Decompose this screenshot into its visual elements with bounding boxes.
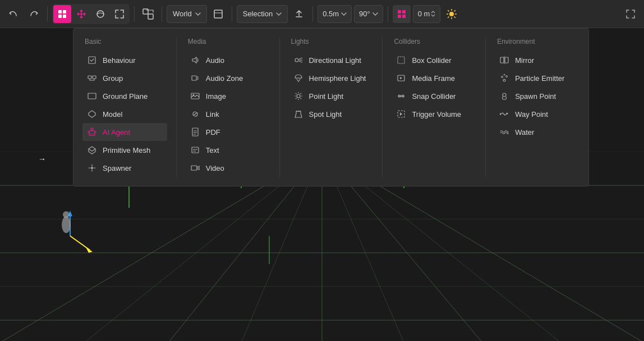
menu-item-group[interactable]: Group bbox=[82, 69, 167, 87]
svg-point-72 bbox=[507, 113, 508, 115]
redo-button[interactable] bbox=[25, 5, 43, 23]
mirror-icon bbox=[499, 55, 509, 65]
spawner-icon bbox=[87, 163, 97, 173]
svg-rect-24 bbox=[88, 93, 96, 99]
snap-value: 0.5m bbox=[323, 10, 339, 18]
svg-point-70 bbox=[503, 93, 506, 97]
menu-item-particle-emitter[interactable]: Particle Emitter bbox=[495, 69, 579, 87]
image-icon bbox=[190, 91, 200, 101]
mode-group bbox=[52, 4, 130, 24]
text-icon bbox=[190, 145, 200, 155]
environment-column: Environment Mirror Particle Emitter Spaw… bbox=[486, 38, 588, 177]
menu-item-text[interactable]: Text bbox=[186, 141, 270, 159]
menu-item-primitive-mesh[interactable]: Primitive Mesh bbox=[82, 141, 167, 159]
menu-item-ai-agent[interactable]: AI Agent bbox=[82, 123, 167, 141]
svg-rect-64 bbox=[505, 57, 508, 63]
menu-item-image[interactable]: Image bbox=[186, 87, 270, 105]
menu-item-point-light[interactable]: Point Light bbox=[289, 87, 374, 105]
menu-item-behaviour[interactable]: Behaviour bbox=[82, 51, 167, 69]
separator-3 bbox=[162, 6, 162, 22]
model-label: Model bbox=[103, 110, 122, 119]
svg-rect-21 bbox=[89, 57, 95, 63]
colliders-column: Colliders Box Collider Media Frame Snap … bbox=[383, 38, 486, 177]
menu-item-link[interactable]: Link bbox=[186, 105, 270, 123]
group-icon bbox=[87, 73, 97, 83]
way-point-label: Way Point bbox=[515, 110, 548, 119]
svg-rect-57 bbox=[398, 57, 404, 63]
image-label: Image bbox=[206, 92, 226, 101]
svg-line-54 bbox=[300, 93, 301, 94]
spawn-point-icon bbox=[499, 91, 509, 101]
box-collider-label: Box Collider bbox=[412, 56, 451, 65]
video-label: Video bbox=[206, 164, 224, 172]
menu-item-box-collider[interactable]: Box Collider bbox=[392, 51, 476, 69]
svg-line-52 bbox=[296, 93, 297, 94]
menu-item-trigger-volume[interactable]: Trigger Volume bbox=[392, 105, 476, 123]
trigger-volume-icon bbox=[396, 109, 406, 119]
spawn-point-label: Spawn Point bbox=[515, 92, 556, 101]
menu-item-mirror[interactable]: Mirror bbox=[495, 51, 579, 69]
menu-item-hemisphere-light[interactable]: Hemisphere Light bbox=[289, 69, 374, 87]
colliders-category: Colliders bbox=[392, 38, 476, 46]
svg-point-12 bbox=[449, 12, 454, 16]
menu-item-snap-collider[interactable]: Snap Collider bbox=[392, 87, 476, 105]
svg-rect-25 bbox=[89, 131, 95, 135]
menu-item-spawner[interactable]: Spawner bbox=[82, 159, 167, 177]
menu-item-spot-light[interactable]: Spot Light bbox=[289, 105, 374, 123]
menu-item-media-frame[interactable]: Media Frame bbox=[392, 69, 476, 87]
snap-collider-icon bbox=[396, 91, 406, 101]
audio-icon bbox=[190, 55, 200, 65]
particle-emitter-label: Particle Emitter bbox=[515, 74, 564, 83]
menu-item-water[interactable]: Water bbox=[495, 123, 579, 141]
world-dropdown[interactable]: World bbox=[167, 5, 207, 23]
selection-label: Selection bbox=[243, 10, 273, 18]
sun-button[interactable] bbox=[443, 5, 461, 23]
svg-rect-63 bbox=[500, 57, 504, 63]
model-icon bbox=[87, 109, 97, 119]
transform-button[interactable] bbox=[139, 5, 157, 23]
menu-item-ground-plane[interactable]: Ground Plane bbox=[82, 87, 167, 105]
svg-rect-41 bbox=[191, 166, 197, 170]
svg-rect-8 bbox=[398, 10, 401, 13]
view-grid-button[interactable] bbox=[393, 5, 411, 23]
group-label: Group bbox=[103, 74, 123, 83]
particle-emitter-icon bbox=[499, 73, 509, 83]
upload-button[interactable] bbox=[290, 5, 308, 23]
grid-mode-button[interactable] bbox=[53, 5, 71, 23]
pdf-label: PDF bbox=[206, 128, 220, 137]
arrow-indicator: → bbox=[38, 154, 46, 163]
menu-item-pdf[interactable]: PDF bbox=[186, 123, 270, 141]
menu-item-spawn-point[interactable]: Spawn Point bbox=[495, 87, 579, 105]
separator-2 bbox=[134, 6, 135, 22]
hemisphere-light-label: Hemisphere Light bbox=[309, 74, 366, 83]
primitive-mesh-label: Primitive Mesh bbox=[103, 146, 150, 154]
mirror-label: Mirror bbox=[515, 56, 534, 65]
fullscreen-button[interactable] bbox=[622, 5, 640, 23]
svg-point-116 bbox=[63, 211, 70, 218]
svg-rect-38 bbox=[192, 147, 199, 153]
menu-item-audio[interactable]: Audio bbox=[186, 51, 270, 69]
undo-button[interactable] bbox=[4, 5, 22, 23]
selection-dropdown[interactable]: Selection bbox=[237, 5, 288, 23]
menu-item-directional-light[interactable]: Directional Light bbox=[289, 51, 374, 69]
menu-item-audio-zone[interactable]: Audio Zone bbox=[186, 69, 270, 87]
svg-rect-10 bbox=[398, 15, 401, 18]
separator-1 bbox=[47, 6, 48, 22]
menu-item-video[interactable]: Video bbox=[186, 159, 270, 177]
svg-rect-6 bbox=[148, 14, 153, 19]
trigger-volume-label: Trigger Volume bbox=[412, 110, 461, 119]
expand-mode-button[interactable] bbox=[111, 5, 128, 23]
orbit-button[interactable] bbox=[91, 5, 109, 23]
menu-item-model[interactable]: Model bbox=[82, 105, 167, 123]
media-column: Media Audio Audio Zone Image Link bbox=[177, 38, 280, 177]
spot-light-label: Spot Light bbox=[309, 110, 342, 119]
svg-rect-23 bbox=[93, 76, 96, 79]
menu-item-way-point[interactable]: Way Point bbox=[495, 105, 579, 123]
svg-rect-34 bbox=[192, 128, 198, 136]
svg-point-42 bbox=[295, 58, 298, 62]
collapse-button[interactable] bbox=[209, 5, 227, 23]
audio-zone-icon bbox=[190, 73, 200, 83]
position-group: 0 m bbox=[413, 5, 441, 23]
move-button[interactable] bbox=[72, 5, 90, 23]
svg-line-53 bbox=[300, 98, 301, 99]
